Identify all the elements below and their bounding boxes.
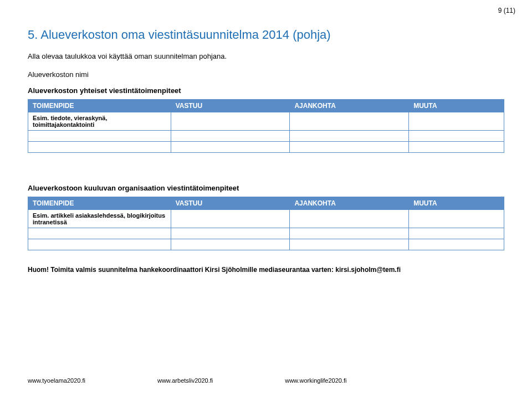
cell-vastuu [171, 112, 290, 131]
table-row: Esim. artikkeli asiakaslehdessä, blogiki… [28, 210, 504, 228]
cell-muuta [409, 228, 504, 239]
table-row [28, 142, 504, 153]
col-header-ajankohta: AJANKOHTA [290, 197, 409, 210]
col-header-toimenpide: TOIMENPIDE [28, 100, 171, 112]
col-header-ajankohta: AJANKOHTA [290, 100, 409, 112]
page-content: 5. Alueverkoston oma viestintäsuunnitelm… [0, 0, 532, 274]
cell-ajankohta [290, 131, 409, 142]
footer-link-2: www.arbetsliv2020.fi [157, 377, 213, 384]
cell-vastuu [171, 210, 290, 228]
cell-ajankohta [290, 210, 409, 228]
cell-muuta [409, 142, 504, 153]
table-header-row: TOIMENPIDE VASTUU AJANKOHTA MUUTA [28, 100, 504, 112]
table-header-row: TOIMENPIDE VASTUU AJANKOHTA MUUTA [28, 197, 504, 210]
col-header-vastuu: VASTUU [171, 100, 290, 112]
table1-title: Alueverkoston yhteiset viestintätoimenpi… [28, 86, 504, 95]
cell-vastuu [171, 228, 290, 239]
table-row [28, 131, 504, 142]
col-header-toimenpide: TOIMENPIDE [28, 197, 171, 210]
cell-toimenpide [28, 228, 171, 239]
cell-toimenpide: Esim. artikkeli asiakaslehdessä, blogiki… [28, 210, 171, 228]
cell-toimenpide: Esim. tiedote, vieraskynä, toimittajakon… [28, 112, 171, 131]
table-shared-actions: TOIMENPIDE VASTUU AJANKOHTA MUUTA Esim. … [28, 99, 504, 153]
cell-vastuu [171, 142, 290, 153]
footer: www.tyoelama2020.fi www.arbetsliv2020.fi… [28, 377, 504, 384]
table-row: Esim. tiedote, vieraskynä, toimittajakon… [28, 112, 504, 131]
cell-ajankohta [290, 239, 409, 250]
table2-title: Alueverkostoon kuuluvan organisaation vi… [28, 184, 504, 192]
cell-muuta [409, 239, 504, 250]
cell-toimenpide [28, 131, 171, 142]
footer-link-3: www.workinglife2020.fi [285, 377, 346, 384]
intro-text: Alla olevaa taulukkoa voi käyttää oman s… [28, 52, 504, 60]
table-org-actions: TOIMENPIDE VASTUU AJANKOHTA MUUTA Esim. … [28, 197, 504, 250]
cell-ajankohta [290, 142, 409, 153]
note-text: Huom! Toimita valmis suunnitelma hankeko… [28, 266, 504, 274]
footer-link-1: www.tyoelama2020.fi [28, 377, 85, 384]
cell-toimenpide [28, 239, 171, 250]
table-row [28, 239, 504, 250]
cell-toimenpide [28, 142, 171, 153]
cell-ajankohta [290, 112, 409, 131]
cell-muuta [409, 131, 504, 142]
cell-ajankohta [290, 228, 409, 239]
col-header-vastuu: VASTUU [171, 197, 290, 210]
col-header-muuta: MUUTA [409, 100, 504, 112]
cell-muuta [409, 112, 504, 131]
cell-vastuu [171, 131, 290, 142]
table-row [28, 228, 504, 239]
section-heading: 5. Alueverkoston oma viestintäsuunnitelm… [28, 28, 504, 42]
network-name-label: Alueverkoston nimi [28, 70, 504, 79]
cell-muuta [409, 210, 504, 228]
page-number: 9 (11) [498, 7, 515, 14]
col-header-muuta: MUUTA [409, 197, 504, 210]
cell-vastuu [171, 239, 290, 250]
